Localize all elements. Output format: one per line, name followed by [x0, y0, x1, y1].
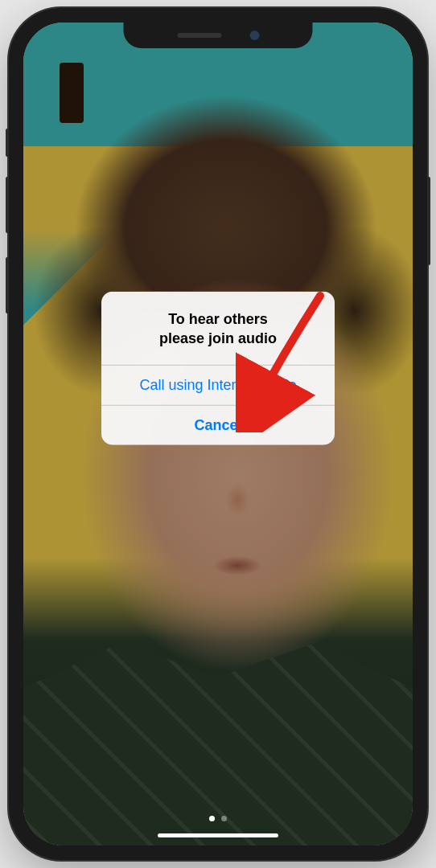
phone-speaker — [177, 33, 221, 38]
volume-up-button — [6, 177, 9, 233]
dialog-message-text: To hear others please join audio — [114, 309, 322, 349]
join-audio-dialog: To hear others please join audio Call us… — [101, 292, 335, 445]
phone-side-buttons — [6, 129, 9, 338]
phone-notch — [124, 23, 313, 48]
call-internet-audio-button[interactable]: Call using Internet Audio — [101, 364, 335, 404]
phone-device-frame: To hear others please join audio Call us… — [9, 8, 427, 860]
mute-switch — [6, 129, 9, 157]
page-dot-active — [209, 816, 215, 821]
page-dot — [221, 816, 227, 821]
dialog-message-container: To hear others please join audio — [101, 292, 335, 365]
page-indicator-dots — [209, 816, 227, 821]
home-indicator[interactable] — [158, 833, 278, 837]
volume-down-button — [6, 257, 9, 313]
power-button — [427, 177, 430, 265]
cancel-button[interactable]: Cancel — [101, 404, 335, 444]
phone-screen: To hear others please join audio Call us… — [23, 23, 413, 845]
front-camera — [249, 31, 259, 40]
